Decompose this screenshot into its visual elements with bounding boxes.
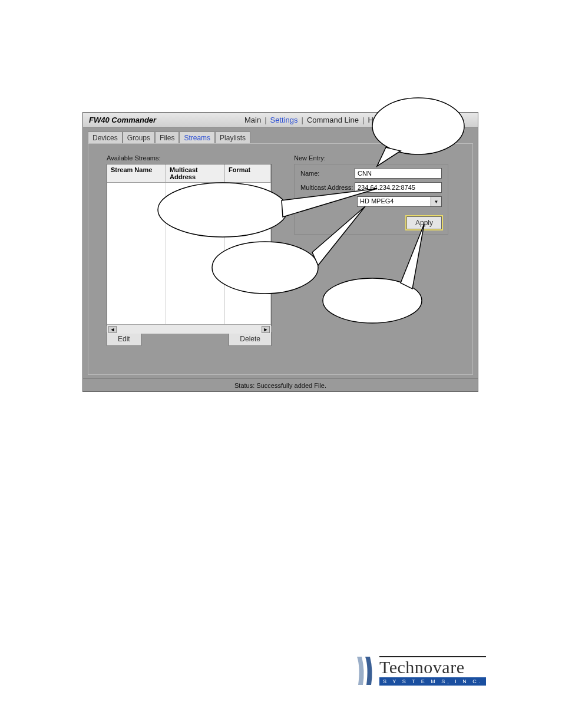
menu-separator: |	[265, 116, 266, 124]
logo-company-name: Technovare	[379, 656, 486, 677]
new-entry-label: New Entry:	[294, 154, 448, 162]
menu-separator: |	[362, 116, 364, 124]
apply-button[interactable]: Apply	[406, 216, 442, 229]
content-area: Available Streams: Stream Name Multicast…	[83, 144, 478, 352]
menu-settings[interactable]: Settings	[270, 116, 298, 124]
name-input[interactable]	[355, 168, 442, 179]
name-label: Name:	[300, 170, 355, 177]
tab-bar: Devices Groups Files Streams Playlists	[83, 128, 478, 144]
table-header: Stream Name Multicast Address Format	[107, 164, 271, 183]
streams-panel: Available Streams: Stream Name Multicast…	[107, 154, 277, 346]
chevron-down-icon[interactable]: ▼	[431, 196, 442, 207]
logo-mark-icon	[351, 655, 377, 686]
col-format[interactable]: Format	[225, 164, 271, 182]
main-menu: Main | Settings | Command Line | Help	[156, 116, 472, 124]
status-label: Status:	[234, 382, 254, 389]
available-streams-label: Available Streams:	[107, 154, 277, 162]
tab-playlists[interactable]: Playlists	[215, 131, 250, 144]
titlebar: FW40 Commander Main | Settings | Command…	[83, 113, 478, 128]
logo-tagline: S Y S T E M S, I N C.	[379, 677, 486, 686]
menu-main[interactable]: Main	[244, 116, 261, 124]
format-select[interactable]: HD MPEG4	[357, 196, 431, 207]
horizontal-scrollbar[interactable]: ◄ ►	[107, 324, 271, 334]
tab-files[interactable]: Files	[155, 131, 179, 144]
col-multicast-address[interactable]: Multicast Address	[166, 164, 225, 182]
format-label: Format:	[300, 198, 357, 205]
company-logo: Technovare S Y S T E M S, I N C.	[351, 653, 522, 689]
col-stream-name[interactable]: Stream Name	[107, 164, 166, 182]
table-body[interactable]	[107, 183, 271, 324]
multicast-address-input[interactable]	[355, 182, 442, 193]
delete-button[interactable]: Delete	[229, 332, 272, 346]
multicast-address-label: Multicast Address:	[300, 184, 355, 191]
scroll-left-icon[interactable]: ◄	[108, 326, 117, 333]
app-window: FW40 Commander Main | Settings | Command…	[82, 112, 478, 392]
edit-button[interactable]: Edit	[107, 332, 141, 346]
new-entry-form: Name: Multicast Address: Format: HD MPEG…	[294, 164, 448, 235]
menu-separator: |	[302, 116, 303, 124]
tab-groups[interactable]: Groups	[123, 131, 155, 144]
streams-table[interactable]: Stream Name Multicast Address Format ◄ ►	[107, 164, 272, 326]
status-text: Successfully added File.	[256, 382, 326, 389]
scroll-right-icon[interactable]: ►	[262, 326, 270, 333]
menu-help[interactable]: Help	[368, 116, 384, 124]
tab-devices[interactable]: Devices	[88, 131, 123, 144]
tab-streams[interactable]: Streams	[179, 131, 215, 144]
menu-command-line[interactable]: Command Line	[307, 116, 359, 124]
table-buttons: Edit Delete	[107, 332, 272, 346]
app-title: FW40 Commander	[89, 116, 156, 124]
status-bar: Status: Successfully added File.	[83, 378, 478, 391]
